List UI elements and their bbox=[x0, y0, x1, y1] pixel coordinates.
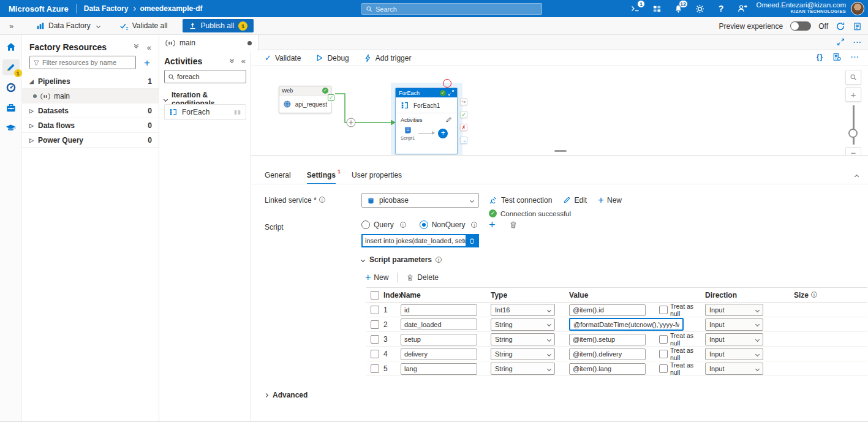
query-radio[interactable]: Query bbox=[361, 220, 406, 229]
new-linked-service-button[interactable]: + New bbox=[598, 195, 622, 205]
param-direction-select[interactable]: Input bbox=[705, 318, 763, 331]
preview-experience-toggle[interactable] bbox=[790, 21, 811, 31]
row-checkbox[interactable] bbox=[371, 350, 379, 358]
global-search-input[interactable] bbox=[376, 6, 538, 13]
param-value-input[interactable] bbox=[569, 304, 646, 316]
param-direction-select[interactable]: Input bbox=[705, 348, 763, 360]
delete-parameter-button[interactable]: Delete bbox=[406, 273, 439, 282]
add-trigger-button[interactable]: Add trigger bbox=[364, 54, 412, 62]
delete-script-row-button[interactable] bbox=[466, 235, 478, 246]
code-view-icon[interactable]: { } bbox=[817, 53, 823, 61]
tree-pipeline-main[interactable]: main bbox=[22, 89, 159, 104]
collapse-panel-button[interactable]: « bbox=[241, 56, 246, 66]
treat-null-checkbox[interactable] bbox=[659, 364, 668, 373]
success-output-port[interactable]: ✓ bbox=[328, 94, 334, 101]
advanced-toggle[interactable]: Advanced bbox=[265, 391, 308, 399]
drag-grip-icon[interactable]: ▮▮ bbox=[234, 109, 241, 115]
account-info[interactable]: Omeed.Entezari@kizan.com KIZAN TECHNOLOG… bbox=[756, 1, 846, 14]
completion-port-icon[interactable]: → bbox=[460, 137, 467, 144]
success-port-icon[interactable]: ✓ bbox=[460, 111, 467, 118]
avatar[interactable] bbox=[851, 2, 864, 15]
foreach-activity-node[interactable]: ForEach ✓ ForEach1 Activities Script1 + bbox=[395, 88, 458, 154]
more-options-icon[interactable]: ··· bbox=[851, 53, 859, 61]
refresh-icon[interactable] bbox=[836, 21, 845, 31]
notifications-button[interactable]: 12 bbox=[673, 3, 684, 14]
edit-button[interactable]: Edit bbox=[563, 196, 587, 205]
treat-as-null[interactable]: Treat as null bbox=[659, 361, 705, 376]
help-button[interactable]: ? bbox=[715, 3, 726, 14]
linked-service-dropdown[interactable]: picobase bbox=[361, 193, 479, 208]
more-options-icon[interactable]: ··· bbox=[853, 39, 862, 46]
collapse-panel-button[interactable]: « bbox=[147, 43, 151, 52]
param-direction-select[interactable]: Input bbox=[705, 333, 763, 345]
nonquery-radio[interactable]: NonQuery bbox=[420, 220, 478, 229]
tree-pipelines[interactable]: ◢ Pipelines 1 bbox=[22, 74, 159, 89]
resize-icon[interactable] bbox=[448, 90, 454, 96]
row-checkbox[interactable] bbox=[371, 320, 379, 329]
tree-datasets[interactable]: ▷ Datasets 0 bbox=[22, 104, 159, 118]
breadcrumb-app[interactable]: Data Factory bbox=[84, 4, 129, 13]
cloud-shell-button[interactable]: 1 bbox=[630, 3, 641, 14]
collapse-panel-button[interactable] bbox=[855, 171, 858, 180]
edit-pencil-icon[interactable] bbox=[445, 116, 452, 123]
treat-as-null[interactable]: Treat as null bbox=[659, 332, 705, 347]
param-name-input[interactable] bbox=[401, 318, 477, 330]
nav-learning-center[interactable] bbox=[2, 120, 20, 136]
failure-port-icon[interactable]: ✗ bbox=[460, 124, 467, 131]
add-resource-button[interactable]: + bbox=[144, 57, 150, 69]
param-type-select[interactable]: String bbox=[491, 318, 555, 331]
delete-script-icon[interactable] bbox=[509, 220, 518, 229]
zoom-slider-handle[interactable] bbox=[848, 129, 858, 138]
properties-icon[interactable] bbox=[832, 53, 841, 61]
param-value-input[interactable] bbox=[569, 334, 646, 345]
publish-all-button[interactable]: Publish all 1 bbox=[183, 19, 254, 32]
script-child[interactable]: Script1 bbox=[401, 126, 415, 141]
tree-dataflows[interactable]: ▷ Data flows 0 bbox=[22, 118, 159, 133]
expand-portal-menu-button[interactable]: » bbox=[9, 21, 25, 31]
treat-null-checkbox[interactable] bbox=[659, 350, 668, 358]
nav-manage[interactable] bbox=[2, 100, 20, 116]
azure-brand[interactable]: Microsoft Azure bbox=[9, 4, 69, 13]
param-type-select[interactable]: String bbox=[491, 348, 555, 360]
global-search[interactable] bbox=[361, 3, 542, 15]
zoom-slider-track[interactable] bbox=[853, 105, 855, 145]
tab-settings[interactable]: Settings 1 bbox=[307, 171, 336, 184]
feedback-button[interactable] bbox=[737, 3, 748, 14]
expanded-triangle-icon[interactable]: ◢ bbox=[29, 78, 38, 85]
debug-button[interactable]: Debug bbox=[315, 54, 349, 62]
tree-powerquery[interactable]: ▷ Power Query 0 bbox=[22, 133, 159, 148]
add-script-button[interactable]: + bbox=[489, 219, 496, 230]
param-type-select[interactable]: Int16 bbox=[491, 304, 555, 316]
param-value-input[interactable] bbox=[569, 363, 646, 375]
param-type-select[interactable]: String bbox=[491, 333, 555, 345]
select-all-checkbox[interactable] bbox=[371, 291, 379, 300]
param-name-input[interactable] bbox=[401, 304, 477, 316]
new-parameter-button[interactable]: + New bbox=[365, 273, 388, 282]
directory-switch-button[interactable] bbox=[651, 3, 662, 14]
feedback-form-icon[interactable] bbox=[853, 21, 862, 31]
row-checkbox[interactable] bbox=[371, 306, 379, 314]
activities-search-input[interactable] bbox=[177, 73, 243, 80]
collapsed-triangle-icon[interactable]: ▷ bbox=[29, 108, 38, 114]
zoom-in-button[interactable]: + bbox=[845, 87, 861, 102]
row-checkbox[interactable] bbox=[371, 335, 379, 344]
pipeline-canvas[interactable]: Web ✓ api_request ✓ ForEach ✓ ForEach1 A… bbox=[251, 66, 868, 155]
tab-general[interactable]: General bbox=[265, 171, 291, 184]
breakpoint-circle-icon[interactable] bbox=[443, 79, 451, 88]
treat-as-null[interactable]: Treat as null bbox=[659, 347, 705, 361]
collapse-all-button[interactable] bbox=[135, 43, 138, 48]
treat-as-null[interactable]: Treat as null bbox=[659, 303, 705, 317]
settings-button[interactable] bbox=[694, 3, 705, 14]
treat-null-checkbox[interactable] bbox=[659, 335, 668, 344]
resource-filter[interactable] bbox=[29, 56, 136, 69]
add-inner-activity-button[interactable]: + bbox=[438, 129, 448, 138]
skip-port-icon[interactable]: ↪ bbox=[460, 98, 467, 105]
web-activity-node[interactable]: Web ✓ api_request ✓ bbox=[279, 86, 331, 113]
resource-filter-input[interactable] bbox=[42, 59, 132, 66]
script-parameters-toggle[interactable]: Script parameters bbox=[361, 255, 442, 264]
nav-author[interactable]: 1 bbox=[2, 59, 20, 75]
param-name-input[interactable] bbox=[401, 349, 477, 360]
expand-canvas-icon[interactable] bbox=[837, 38, 845, 46]
collapse-all-button[interactable] bbox=[230, 58, 233, 62]
canvas-horizontal-scrollbar[interactable] bbox=[554, 150, 567, 152]
